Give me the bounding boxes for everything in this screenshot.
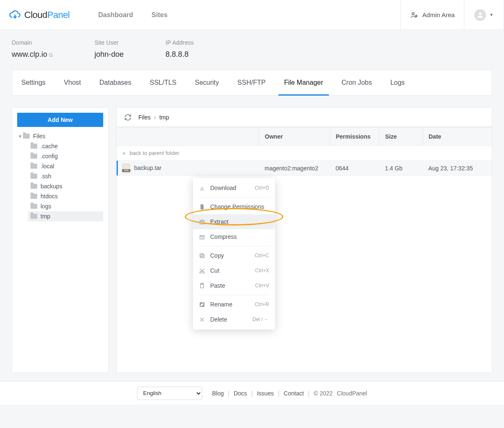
tab-settings[interactable]: Settings (12, 70, 55, 95)
tab-security[interactable]: Security (186, 70, 228, 95)
folder-icon (31, 144, 37, 149)
paste-icon (199, 283, 205, 289)
delete-icon (199, 317, 205, 323)
footer-docs[interactable]: Docs (234, 390, 247, 397)
back-to-parent-row[interactable]: «back to parent folder (117, 146, 492, 161)
file-row-backup[interactable]: backup.tar magento2:magento2 0644 1.4 Gb… (117, 161, 492, 176)
footer-product: CloudPanel (337, 390, 367, 397)
footer-blog[interactable]: Blog (212, 390, 224, 397)
nav-dashboard[interactable]: Dashboard (98, 11, 133, 19)
folder-icon (31, 214, 37, 219)
context-menu: DownloadCtrl+D Change Permissions Extrac… (193, 178, 275, 329)
tree-item-local[interactable]: .local (28, 161, 103, 171)
breadcrumb: Files › tmp (138, 114, 169, 121)
chevron-down-icon: ▼ (489, 13, 494, 17)
domain-label: Domain (12, 39, 53, 46)
ip-label: IP Address (165, 39, 193, 46)
crumb-tmp[interactable]: tmp (159, 114, 169, 121)
rename-icon (199, 301, 205, 308)
chevron-right-icon: › (154, 114, 156, 121)
footer-issues[interactable]: Issues (257, 390, 274, 397)
ctx-paste[interactable]: PasteCtrl+V (193, 278, 275, 293)
add-new-button[interactable]: Add New (17, 113, 103, 127)
extract-icon (199, 219, 205, 225)
svg-rect-4 (200, 220, 204, 224)
svg-point-2 (479, 13, 481, 15)
tree-item-logs[interactable]: logs (28, 201, 103, 211)
cut-icon (199, 268, 205, 274)
tree-item-htdocs[interactable]: htdocs (28, 191, 103, 201)
tab-vhost[interactable]: Vhost (55, 70, 90, 95)
top-bar: CloudPanel Dashboard Sites Admin Area ▼ (0, 0, 504, 30)
double-chevron-left-icon: « (122, 150, 125, 156)
tar-file-icon (122, 164, 130, 173)
siteuser-value: john-doe (94, 50, 124, 59)
tree-item-cache[interactable]: .cache (28, 141, 103, 151)
tab-ssl[interactable]: SSL/TLS (140, 70, 186, 95)
external-link-icon: ⧉ (49, 52, 53, 58)
tab-filemanager[interactable]: File Manager (275, 70, 332, 95)
svg-rect-3 (200, 190, 204, 190)
primary-nav: Dashboard Sites (98, 0, 186, 30)
user-menu[interactable]: ▼ (464, 0, 504, 30)
ctx-cut[interactable]: CutCtrl+X (193, 263, 275, 278)
site-info: Domain www.clp.io⧉ Site User john-doe IP… (12, 39, 492, 59)
domain-value[interactable]: www.clp.io⧉ (12, 50, 53, 59)
ctx-rename[interactable]: RenameCtrl+R (193, 297, 275, 312)
svg-rect-5 (200, 235, 204, 239)
tab-logs[interactable]: Logs (381, 70, 414, 95)
admin-area-link[interactable]: Admin Area (400, 0, 464, 30)
folder-icon (31, 194, 37, 199)
svg-rect-7 (200, 253, 204, 257)
folder-icon (31, 154, 37, 159)
tab-ssh[interactable]: SSH/FTP (228, 70, 275, 95)
folder-icon (23, 134, 30, 139)
cloud-logo-icon (9, 9, 21, 21)
footer-copyright: © 2022 (314, 390, 333, 397)
svg-rect-6 (201, 255, 204, 258)
ctx-extract[interactable]: Extract (193, 214, 275, 229)
file-icon (199, 204, 205, 210)
nav-sites[interactable]: Sites (152, 11, 168, 19)
col-size[interactable]: Size (379, 127, 423, 146)
footer: English Blog| Docs| Issues| Contact| © 2… (0, 381, 504, 405)
admin-gear-icon (410, 11, 418, 19)
tree-root[interactable]: ▼ Files (17, 131, 103, 141)
file-tree-sidebar: Add New ▼ Files .cache .config .local .s… (12, 107, 109, 373)
tree-item-backups[interactable]: backups (28, 181, 103, 191)
tree-item-ssh[interactable]: .ssh (28, 171, 103, 181)
tab-databases[interactable]: Databases (90, 70, 141, 95)
col-permissions[interactable]: Permissions (330, 127, 379, 146)
brand-logo[interactable]: CloudPanel (0, 0, 98, 30)
crumb-files[interactable]: Files (138, 114, 151, 121)
refresh-icon[interactable] (124, 114, 132, 121)
folder-icon (31, 184, 37, 189)
svg-point-1 (415, 15, 417, 16)
ctx-change-permissions[interactable]: Change Permissions (193, 199, 275, 214)
siteuser-label: Site User (94, 39, 124, 46)
download-icon (199, 185, 205, 191)
file-panel: Files › tmp Owner Permissions Size Date (116, 107, 492, 373)
file-table: Owner Permissions Size Date «back to par… (117, 127, 492, 176)
compress-icon (199, 234, 205, 240)
folder-icon (31, 174, 37, 179)
footer-contact[interactable]: Contact (284, 390, 304, 397)
language-select[interactable]: English (137, 387, 202, 400)
copy-icon (199, 253, 205, 259)
ctx-download[interactable]: DownloadCtrl+D (193, 180, 275, 195)
tree-item-config[interactable]: .config (28, 151, 103, 161)
tab-cron[interactable]: Cron Jobs (332, 70, 381, 95)
ctx-copy[interactable]: CopyCtrl+C (193, 248, 275, 263)
ctx-compress[interactable]: Compress (193, 229, 275, 244)
col-name[interactable] (117, 127, 259, 146)
tree-item-tmp[interactable]: tmp (28, 211, 103, 221)
brand-text: CloudPanel (24, 10, 70, 20)
svg-point-0 (412, 13, 414, 15)
ip-value: 8.8.8.8 (165, 50, 193, 59)
avatar-icon (474, 9, 486, 21)
col-date[interactable]: Date (423, 127, 492, 146)
site-tabs: Settings Vhost Databases SSL/TLS Securit… (12, 70, 492, 96)
folder-icon (31, 164, 37, 169)
col-owner[interactable]: Owner (259, 127, 330, 146)
ctx-delete[interactable]: DeleteDel / ← (193, 312, 275, 327)
